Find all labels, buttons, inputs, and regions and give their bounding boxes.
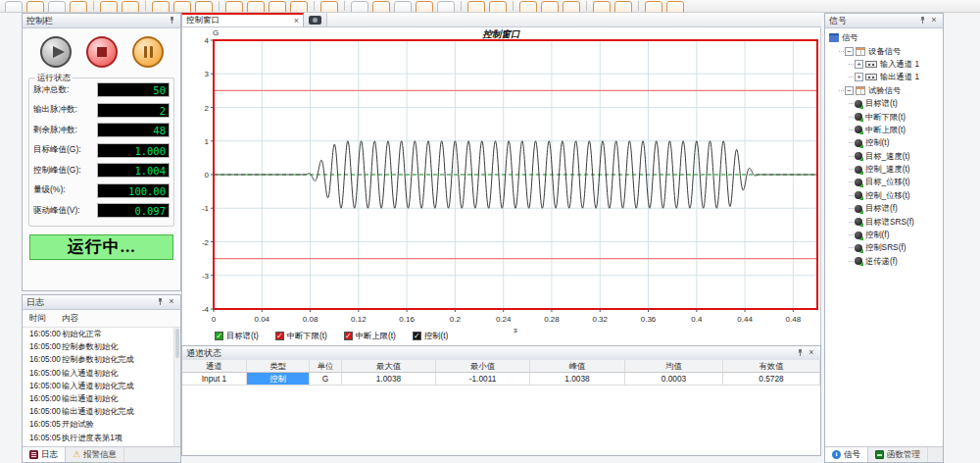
tree-item-目标谱(t)[interactable]: 目标谱(t) (825, 97, 943, 110)
pin-icon[interactable] (795, 348, 805, 358)
tree-item-控制SRS(f)[interactable]: 控制SRS(f) (825, 241, 943, 254)
tree-item-label: 目标_速度(t) (865, 151, 910, 162)
log-entry[interactable]: 16:05:00控制参数初始化 (23, 340, 180, 353)
expand-icon[interactable]: + (855, 73, 863, 81)
status-field-value: 100.00 (97, 183, 170, 198)
toolbar-icon[interactable] (48, 1, 66, 13)
toolbar-icon[interactable] (645, 1, 662, 13)
tree-item-试验信号[interactable]: −试验信号 (825, 84, 943, 97)
pin-icon[interactable] (917, 16, 927, 26)
collapse-icon[interactable]: − (845, 47, 854, 56)
legend-item: ✓控制(t) (413, 331, 448, 341)
toolbar-icon[interactable] (519, 1, 537, 13)
toolbar-icon[interactable] (26, 1, 44, 13)
toolbar-icon[interactable] (195, 1, 213, 13)
tree-item-目标谱SRS(f)[interactable]: 目标谱SRS(f) (825, 215, 943, 228)
tree-item-中断下限(t)[interactable]: 中断下限(t) (825, 110, 943, 123)
tree-item-控制(t)[interactable]: 控制(t) (825, 136, 943, 149)
collapse-icon[interactable]: − (845, 86, 854, 95)
toolbar-icon[interactable] (437, 1, 455, 13)
tree-item-中断上限(t)[interactable]: 中断上限(t) (825, 124, 943, 136)
log-entry[interactable]: 16:05:05执行进度表第1项 (23, 432, 180, 444)
legend-checkbox[interactable]: ✓ (344, 332, 353, 340)
toolbar-icon[interactable] (593, 1, 611, 13)
toolbar-icon[interactable] (351, 1, 368, 13)
status-field-label: 量级(%): (33, 184, 66, 196)
toolbar-icon[interactable] (173, 1, 191, 13)
toolbar-icon[interactable] (247, 1, 265, 13)
log-entry[interactable]: 16:05:05开始试验 (23, 418, 180, 431)
log-entry[interactable]: 16:05:00控制参数初始化完成 (23, 353, 180, 366)
tree-item-设备信号[interactable]: −设备信号 (825, 44, 943, 57)
toolbar-icon[interactable] (320, 1, 338, 13)
play-button[interactable] (40, 36, 72, 68)
toolbar-icon[interactable] (467, 1, 485, 13)
svg-text:1: 1 (205, 137, 210, 146)
stop-button[interactable] (86, 36, 118, 68)
tree-item-输入通道 1[interactable]: +输入通道 1 (825, 58, 943, 71)
legend-checkbox[interactable]: ✓ (275, 332, 284, 340)
tree-item-目标谱(f)[interactable]: 目标谱(f) (825, 202, 943, 215)
toolbar-icon[interactable] (563, 1, 580, 13)
toolbar-icon[interactable] (122, 1, 139, 13)
toolbar-icon[interactable] (225, 1, 243, 13)
legend-checkbox[interactable]: ✓ (215, 332, 223, 340)
toolbar-icon[interactable] (372, 1, 390, 13)
screenshot-tab[interactable] (304, 13, 327, 26)
log-entry[interactable]: 16:05:00初始化正常 (23, 328, 180, 340)
toolbar-icon[interactable] (394, 1, 412, 13)
toolbar-icon[interactable] (416, 1, 433, 13)
toolbar-icon[interactable] (290, 1, 308, 13)
expand-icon[interactable]: + (855, 60, 863, 69)
tab-control-window[interactable]: 控制窗口 × (181, 13, 304, 26)
toolbar-icon[interactable] (614, 1, 632, 13)
toolbar-icon[interactable] (152, 1, 170, 13)
tree-item-目标_速度(t)[interactable]: 目标_速度(t) (825, 150, 943, 163)
tab-signal[interactable]: i 信号 (825, 447, 868, 462)
pause-button[interactable] (132, 36, 164, 68)
svg-text:0.32: 0.32 (592, 315, 608, 324)
toolbar-icon[interactable] (100, 1, 118, 13)
close-icon[interactable]: × (807, 348, 816, 358)
log-scrollbar[interactable] (173, 328, 180, 446)
tab-close-icon[interactable]: × (294, 16, 299, 26)
table-cell: 1.0038 (342, 373, 436, 386)
toolbar-icon[interactable] (5, 1, 23, 13)
status-field: 驱动峰值(V):0.097 (33, 203, 170, 218)
table-cell: 控制 (247, 373, 310, 386)
tab-function-manager[interactable]: 函数管理 (868, 447, 928, 462)
log-col-time: 时间 (23, 313, 62, 325)
tree-item-控制(f)[interactable]: 控制(f) (825, 229, 943, 241)
tab-log[interactable]: 日志 (23, 447, 66, 462)
toolbar-icon[interactable] (666, 1, 684, 13)
tab-alarm-info[interactable]: ⚠ 报警信息 (66, 447, 124, 462)
tree-item-控制_位移(t)[interactable]: 控制_位移(t) (825, 189, 943, 202)
tree-item-逆传递(f)[interactable]: 逆传递(f) (825, 255, 943, 268)
tree-item-控制_速度(t)[interactable]: 控制_速度(t) (825, 163, 943, 176)
signal-icon (855, 139, 862, 147)
tree-item-目标_位移(t)[interactable]: 目标_位移(t) (825, 176, 943, 188)
signal-icon (855, 126, 862, 133)
tree-item-信号[interactable]: 信号 (825, 31, 943, 44)
tree-item-输出通道 1[interactable]: +输出通道 1 (825, 71, 943, 83)
log-entry[interactable]: 16:05:00输入通道初始化 (23, 367, 180, 380)
tree-item-label: 输出通道 1 (880, 72, 919, 82)
table-row[interactable]: Input 1控制G1.0038-1.00111.00380.00030.572… (182, 373, 820, 386)
log-entry[interactable]: 16:05:00输出通道初始化完成 (23, 405, 180, 418)
pin-icon[interactable] (167, 16, 176, 26)
log-entry[interactable]: 16:05:00输出通道初始化 (23, 392, 180, 405)
legend-item: ✓目标谱(t) (215, 331, 259, 341)
close-icon[interactable]: × (167, 297, 176, 307)
toolbar-icon[interactable] (489, 1, 507, 13)
legend-label: 控制(t) (424, 331, 448, 341)
toolbar-icon[interactable] (70, 1, 87, 13)
log-entry[interactable]: 16:05:00输入通道初始化完成 (23, 380, 180, 392)
table-header-cell: 有效值 (723, 360, 820, 373)
close-icon[interactable]: × (929, 16, 939, 26)
toolbar-icon[interactable] (541, 1, 559, 13)
toolbar-icon[interactable] (269, 1, 286, 13)
legend-checkbox[interactable]: ✓ (413, 332, 421, 340)
pin-icon[interactable] (155, 297, 165, 307)
table-header-cell: 均值 (625, 360, 723, 373)
chart-plot[interactable]: 43210-1-2-3-400.040.080.120.160.20.240.2… (182, 27, 822, 345)
